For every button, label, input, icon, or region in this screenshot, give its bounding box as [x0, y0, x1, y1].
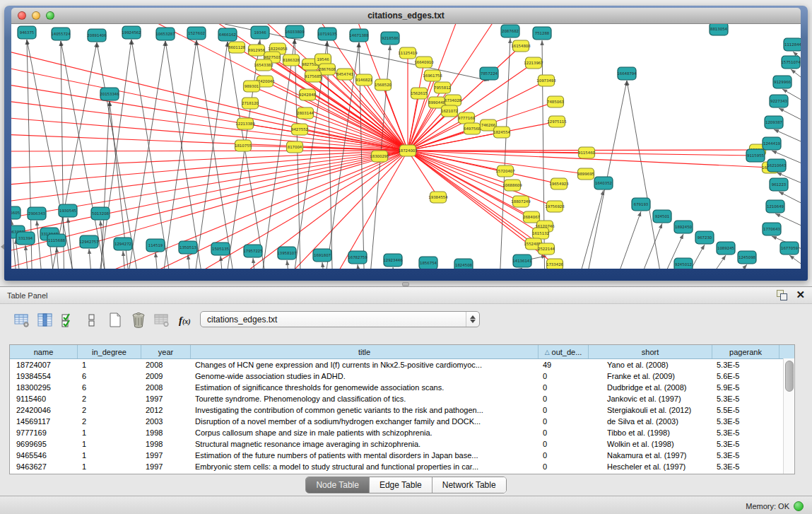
table-cell[interactable]: de Silva et al. (2003)	[589, 417, 712, 426]
graph-node[interactable]: 1856754	[419, 257, 437, 269]
graph-node[interactable]: 961223	[770, 178, 788, 191]
table-cell[interactable]: 5.6E-5	[712, 372, 779, 380]
table-row[interactable]: 1872400712008Changes of HCN gene express…	[10, 359, 794, 370]
table-cell[interactable]: 5.3E-5	[712, 395, 779, 403]
table-cell[interactable]: Disruption of a novel member of a sodium…	[191, 417, 539, 426]
table-row[interactable]: 911546021997Tourette syndrome. Phenomeno…	[10, 393, 794, 404]
table-cell[interactable]: Embryonic stem cells: a model to study s…	[191, 462, 539, 471]
graph-node[interactable]: 12975115	[547, 116, 566, 127]
graph-node[interactable]: 1562615	[411, 88, 428, 99]
table-scrollbar-thumb[interactable]	[785, 361, 794, 392]
close-window-button[interactable]	[18, 11, 26, 20]
table-cell[interactable]: 2008	[141, 361, 191, 369]
graph-node[interactable]: 17957225	[243, 245, 262, 257]
graph-node[interactable]: 1115688	[47, 234, 66, 247]
graph-node[interactable]: 9242848	[299, 89, 317, 100]
graph-node[interactable]: 11125419	[398, 47, 418, 59]
graph-node[interactable]: 2087682	[501, 25, 519, 37]
graph-node[interactable]: 20891406	[87, 29, 107, 42]
network-canvas[interactable]: 1872400786011288912956182260589827503165…	[11, 24, 801, 269]
table-cell[interactable]: Genome-wide association studies in ADHD.	[191, 372, 539, 380]
table-cell[interactable]: Tibbo et al. (1998)	[589, 428, 712, 437]
graph-node[interactable]: 16543382	[254, 59, 273, 71]
graph-node[interactable]: 9115955	[746, 149, 765, 162]
table-row[interactable]: 1456911722003Disruption of a novel membe…	[10, 416, 794, 427]
table-cell[interactable]: 9699695	[10, 440, 78, 448]
table-settings-icon[interactable]	[13, 312, 31, 329]
graph-node[interactable]: 15720407	[495, 165, 514, 177]
table-cell[interactable]: 6	[78, 383, 141, 392]
table-cell[interactable]: 0	[539, 406, 589, 414]
table-row[interactable]: 1938455462009Genome-wide association stu…	[10, 370, 794, 382]
table-cell[interactable]: 1	[78, 361, 141, 369]
column-header-title[interactable]: title	[191, 345, 539, 358]
graph-node[interactable]: 9227343	[770, 95, 788, 107]
graph-node[interactable]: 2526605	[11, 206, 20, 219]
table-cell[interactable]: 5.3E-5	[712, 451, 779, 460]
graph-node[interactable]: 751288	[533, 27, 551, 40]
table-cell[interactable]: 6	[78, 372, 141, 380]
graph-node[interactable]: 16782759	[348, 251, 367, 264]
graph-node[interactable]: 6497568	[464, 123, 481, 134]
graph-node[interactable]: 1244419	[763, 137, 781, 150]
graph-node[interactable]: 7955812	[434, 82, 451, 93]
tab-node-table[interactable]: Node Table	[306, 477, 370, 493]
graph-node[interactable]: 1677059	[780, 242, 799, 255]
table-cell[interactable]: 2012	[141, 406, 191, 414]
graph-node[interactable]: 2718120	[242, 98, 259, 109]
table-cell[interactable]: 2	[78, 395, 141, 403]
table-cell[interactable]: 22420046	[10, 406, 78, 414]
table-cell[interactable]: 1997	[141, 451, 191, 460]
table-cell[interactable]: 0	[539, 440, 589, 448]
table-cell[interactable]: Tourette syndrome. Phenomenology and cla…	[191, 395, 539, 403]
table-cell[interactable]: 1	[78, 428, 141, 437]
column-header-year[interactable]: year	[141, 345, 191, 358]
graph-node[interactable]: 1824508	[454, 259, 473, 269]
graph-node[interactable]: 1733426	[546, 259, 564, 269]
graph-node[interactable]: 9427552	[291, 124, 308, 135]
table-cell[interactable]: 9115460	[10, 395, 78, 403]
close-panel-icon[interactable]: ✕	[796, 289, 805, 300]
graph-node[interactable]: 924501	[653, 210, 671, 223]
graph-node[interactable]: 5013208	[91, 207, 110, 220]
column-header-short[interactable]: short	[589, 345, 712, 358]
table-cell[interactable]: Corpus callosum shape and size in male p…	[191, 428, 539, 437]
graph-node[interactable]: 967230	[695, 231, 714, 244]
table-cell[interactable]: 0	[539, 451, 589, 460]
graph-node[interactable]: 2906343	[28, 207, 46, 220]
table-cell[interactable]: Estimation of significance thresholds fo…	[191, 383, 539, 392]
column-header-name[interactable]: name	[10, 345, 78, 358]
table-cell[interactable]: 1	[78, 440, 141, 448]
graph-node[interactable]: 6466162	[218, 28, 237, 41]
graph-node[interactable]: 1568520	[375, 79, 392, 90]
table-cell[interactable]: 1	[78, 462, 141, 471]
table-cell[interactable]: 5.5E-5	[712, 406, 779, 414]
graph-node[interactable]: 8912956	[248, 45, 266, 56]
table-cell[interactable]: 14569117	[10, 417, 78, 426]
graph-node[interactable]: 12942757	[79, 235, 98, 248]
zoom-window-button[interactable]	[46, 11, 54, 20]
table-cell[interactable]: 18300295	[10, 383, 78, 392]
graph-node[interactable]: 1621072	[441, 105, 458, 117]
table-cell[interactable]: Dudbridge et al. (2008)	[589, 383, 712, 392]
graph-node[interactable]: 10653287	[155, 28, 175, 40]
graph-node[interactable]: 1294272	[114, 238, 132, 250]
tab-edge-table[interactable]: Edge Table	[370, 477, 433, 493]
delete-trash-icon[interactable]	[129, 312, 148, 329]
table-row[interactable]: 946362711997Embryonic stem cells: a mode…	[10, 461, 794, 472]
graph-node[interactable]: 19756928	[545, 201, 565, 212]
graph-node[interactable]: 16210643	[767, 159, 786, 172]
table-row[interactable]: 977716911998Corpus callosum shape and si…	[10, 427, 794, 438]
select-column-icon[interactable]	[36, 312, 54, 329]
tab-network-table[interactable]: Network Table	[433, 477, 506, 493]
table-cell[interactable]: Jankovic et al. (1997)	[589, 395, 712, 403]
graph-node[interactable]: 114519	[146, 239, 165, 252]
graph-node[interactable]: 6734028	[445, 95, 462, 106]
graph-node[interactable]: 9146821	[355, 74, 372, 86]
graph-node[interactable]: 1810755	[235, 140, 252, 151]
table-cell[interactable]: 5.3E-5	[712, 462, 779, 471]
graph-node[interactable]: 817004	[287, 141, 303, 153]
column-header-pagerank[interactable]: pagerank	[712, 345, 779, 358]
table-cell[interactable]: 5.9E-5	[712, 383, 779, 392]
graph-node[interactable]: 8601128	[228, 42, 246, 53]
